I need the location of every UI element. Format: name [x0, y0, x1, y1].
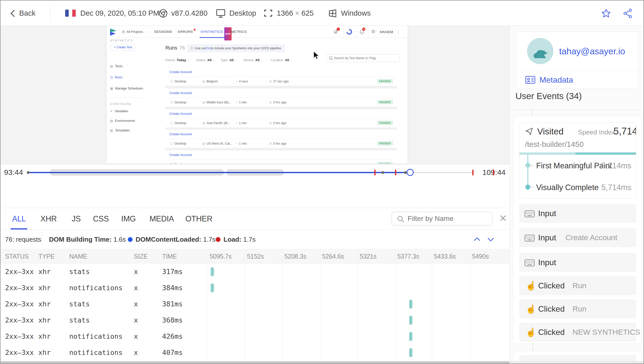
back-button[interactable]: Back — [19, 1, 35, 26]
filter-label: Location — [271, 58, 283, 62]
sidebar-divider — [510, 110, 644, 110]
run-name-link[interactable]: Create Account — [169, 88, 192, 98]
tab-css[interactable]: CSS — [93, 208, 109, 230]
tab-other[interactable]: OTHER — [185, 208, 212, 230]
error-event-marker[interactable] — [472, 170, 474, 175]
run-group[interactable]: Create Account 🖵Desktop ◎Asia Pacific (M… — [165, 109, 397, 127]
tab-synthetics-label: SYNTHETICS — [201, 30, 223, 34]
error-event-marker[interactable] — [493, 170, 494, 175]
sidebar-item-label: Tests — [115, 64, 122, 68]
event-action: Input — [538, 253, 556, 271]
network-request-row[interactable]: 2xx–3xx xhr notifications x 384ms — [1, 280, 510, 296]
network-request-row[interactable]: 2xx–3xx xhr notifications x 407ms — [1, 345, 510, 361]
event-item-clicked[interactable]: ☝ Clicked Run — [519, 300, 636, 318]
run-status-badge: PASSED — [377, 100, 393, 104]
waterfall-tick: 5377.3s — [397, 249, 419, 263]
back-chevron-icon[interactable] — [10, 9, 16, 18]
run-name-link[interactable]: Create Account — [169, 130, 192, 139]
run-group[interactable]: Create Account 🖵Desktop ◎Middle East (Ba… — [165, 88, 397, 107]
filter-type[interactable]: Type All ⌄ — [220, 58, 237, 62]
kebab-menu-icon[interactable]: ⋮ — [397, 30, 400, 34]
cli-link[interactable]: CLI — [206, 47, 211, 50]
filter-location[interactable]: Location All ⌄ — [271, 58, 292, 62]
request-type: xhr — [38, 280, 51, 296]
sidebar-item-variables[interactable]: ⚭Variables — [110, 109, 128, 113]
filter-device[interactable]: Device All ⌄ — [243, 58, 263, 62]
tab-metrics[interactable]: METRICS — [231, 26, 247, 38]
filter-period[interactable]: Period Today ⌄ — [165, 58, 189, 62]
tab-img[interactable]: IMG — [121, 208, 136, 230]
bell-icon[interactable]: 33 — [359, 29, 365, 35]
tab-xhr[interactable]: XHR — [40, 208, 57, 230]
tab-sessions[interactable]: SESSIONS — [154, 26, 172, 38]
error-event-marker[interactable] — [395, 170, 396, 175]
user-menu[interactable]: KRAIEM — [380, 30, 393, 34]
visited-event-card[interactable]: Visited Speed Index 5,714 /test-builder/… — [519, 123, 636, 198]
tab-errors[interactable]: ERRORS — [178, 26, 193, 38]
sidebar-item-tests[interactable]: ▤Tests — [110, 64, 123, 68]
jump-prev-icon[interactable] — [472, 235, 482, 244]
run-name-link[interactable]: Create Account — [169, 109, 192, 118]
playhead-handle[interactable] — [407, 169, 414, 176]
tab-synthetics[interactable]: SYNTHETICS NEW — [201, 26, 223, 38]
sidebar-item-manage-schedules[interactable]: ▦Manage Schedules — [110, 86, 143, 90]
run-ago: 3 hrs ago — [273, 121, 286, 125]
sidebar-item-templates[interactable]: ▨Templates — [110, 128, 130, 132]
event-item-input[interactable]: Input — [519, 253, 636, 272]
location-pin-icon: ◎ — [202, 142, 205, 145]
create-test-button[interactable]: + Create Test — [110, 44, 136, 51]
favorite-star-icon[interactable] — [601, 8, 611, 18]
run-name-link[interactable]: Create Account — [169, 67, 192, 77]
sidebar-item-environments[interactable]: ▧Environments — [110, 119, 135, 123]
horizontal-scrollbar[interactable] — [1, 361, 644, 364]
waterfall-tick: 5433.6s — [434, 249, 456, 263]
filter-by-name-input[interactable] — [408, 212, 491, 225]
tab-all[interactable]: ALL — [12, 208, 26, 230]
network-request-row[interactable]: 2xx–3xx xhr notifications x 426ms — [1, 328, 510, 345]
runs-page-title: Runs — [165, 45, 177, 51]
browser-version: v87.0.4280 — [171, 1, 208, 26]
fmp-dot-icon — [525, 163, 530, 168]
sidebar-item-runs[interactable]: ◷Runs — [110, 75, 122, 79]
event-item-input[interactable]: Input Create Account — [519, 228, 636, 247]
test-search-input[interactable] — [326, 54, 400, 62]
gear-icon[interactable]: ⚙ — [371, 29, 375, 34]
share-icon[interactable] — [623, 8, 633, 18]
jump-next-icon[interactable] — [486, 235, 496, 244]
screen-resolution-icon — [264, 9, 273, 17]
run-ago: 27 sec ago — [273, 80, 288, 83]
event-item-clicked[interactable]: ☝ Clicked Run — [519, 276, 636, 295]
event-item-clicked[interactable]: ☝ Clicked NEW SYNTHETICS — [519, 323, 636, 342]
run-group[interactable]: Create Account 🖵Desktop PASSED — [165, 150, 397, 164]
request-name: stats — [69, 264, 90, 280]
filter-status[interactable]: Status All ⌄ — [196, 58, 215, 62]
user-email[interactable]: tahay@asayer.io — [559, 46, 625, 56]
announcements-icon[interactable]: 1 — [333, 29, 339, 35]
run-location: Middle East (Ba... — [206, 101, 231, 104]
filter-field[interactable] — [391, 212, 492, 226]
project-selector[interactable]: ▤ All Projects ⌄ — [119, 26, 147, 38]
tab-media[interactable]: MEDIA — [150, 208, 174, 230]
network-request-row[interactable]: 2xx–3xx xhr stats x 317ms — [1, 264, 510, 280]
close-icon[interactable] — [499, 214, 508, 223]
stopwatch-icon: ◔ — [236, 80, 237, 83]
run-group[interactable]: Create Account 🖵Desktop ◎Belgium ◔4 secs… — [165, 67, 397, 86]
runs-list: Create Account 🖵Desktop ◎Belgium ◔4 secs… — [165, 67, 397, 164]
col-time: TIME — [162, 249, 177, 263]
events-connector-line — [533, 344, 533, 351]
run-group[interactable]: Create Account 🖵Desktop ◎US West (N. Cal… — [165, 130, 397, 148]
run-device: Desktop — [175, 80, 186, 83]
error-event-marker[interactable] — [374, 170, 376, 175]
tab-js[interactable]: JS — [72, 208, 81, 230]
fmp-value: 5,714ms — [601, 161, 631, 170]
event-item-input[interactable]: Input — [519, 204, 636, 223]
network-request-row[interactable]: 2xx–3xx xhr stats x 368ms — [1, 312, 510, 328]
timeline-track[interactable] — [28, 165, 473, 180]
scrollbar-thumb[interactable] — [1, 361, 510, 364]
load-label: Load: — [224, 236, 241, 243]
request-size: x — [134, 280, 138, 296]
runs-count: 76 — [179, 45, 185, 51]
metadata-row[interactable]: Metadata — [516, 71, 638, 88]
network-request-row[interactable]: 2xx–3xx xhr stats x 381ms — [1, 296, 510, 312]
run-name-link[interactable]: Create Account — [169, 150, 192, 160]
